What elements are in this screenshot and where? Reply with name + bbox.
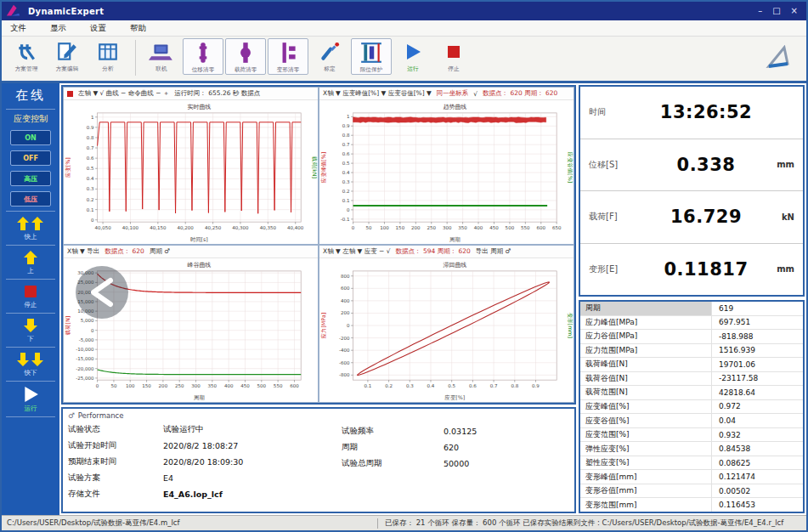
svg-text:应变谷值[%]: 应变谷值[%] xyxy=(567,151,574,183)
svg-text:250: 250 xyxy=(427,225,436,230)
perf-row: 存储文件 E4_A6.lop_lcf xyxy=(68,486,340,502)
result-label: 周期 xyxy=(580,302,712,315)
minimize-button[interactable]: – xyxy=(758,7,762,15)
svg-text:应变[%]: 应变[%] xyxy=(65,157,71,178)
svg-text:0.7: 0.7 xyxy=(490,383,498,388)
svg-text:-20,000: -20,000 xyxy=(76,366,94,371)
connect-icon xyxy=(149,39,174,65)
realtime-chart-cell: 左轴 ▼ √ 曲线 − 命令曲线 − ＋运行时间： 655.26 秒 数据点 4… xyxy=(63,87,319,245)
performance-panel: ♂ Performance 试验状态 试验运行中 试验开始时间 2020/8/2… xyxy=(61,407,576,513)
result-row[interactable]: 变形范围[mm]0.116453 xyxy=(580,498,803,512)
zero-deform-button[interactable]: 变形清零 xyxy=(268,38,308,75)
svg-text:25,000: 25,000 xyxy=(77,280,94,285)
jog-down-button[interactable]: 下 xyxy=(22,318,39,343)
on-button[interactable]: ON xyxy=(10,130,51,145)
svg-text:150: 150 xyxy=(396,225,405,230)
result-row[interactable]: 应力峰值[MPa]697.951 xyxy=(580,316,803,331)
sidebar-divider xyxy=(6,313,55,314)
brand-logo xyxy=(755,45,791,74)
zero-displacement-button[interactable]: 位移清零 xyxy=(183,38,223,75)
result-row[interactable]: 载荷谷值[N]-23117.58 xyxy=(580,372,803,387)
trend-chart-cell: X轴 ▼ 应变峰值[%] ▼ 应变谷值[%] ▼同一坐标系√数据点： 620 周… xyxy=(319,87,574,245)
jog-fast-down-button[interactable]: 快下 xyxy=(16,352,45,377)
high-pressure-button[interactable]: 高压 xyxy=(10,171,51,186)
result-label: 载荷范围[N] xyxy=(580,386,712,399)
chart-header-control[interactable]: X轴 ▼ 导出 xyxy=(67,247,99,256)
plan-manage-button[interactable]: 方案管理 xyxy=(7,38,46,73)
perf-value: 0.03125 xyxy=(444,427,477,436)
chart-header-control[interactable]: 运行时间： 655.26 秒 数据点 xyxy=(174,89,260,98)
jog-stop-button[interactable]: 停止 xyxy=(23,284,38,309)
result-row[interactable]: 变形峰值[mm]0.121474 xyxy=(580,470,803,484)
chart-header-control[interactable]: 周期 ♂ xyxy=(150,247,170,256)
svg-text:150: 150 xyxy=(142,383,151,388)
zero-load-button[interactable]: 载荷清零 xyxy=(225,38,266,75)
svg-text:0.5: 0.5 xyxy=(448,383,455,388)
jog-fast-up-button[interactable]: 快上 xyxy=(16,216,45,241)
svg-text:0: 0 xyxy=(91,328,94,333)
svg-text:0.2: 0.2 xyxy=(87,197,94,202)
svg-text:200: 200 xyxy=(411,225,421,230)
realtime-chart[interactable]: 40,05040,10040,15040,20040,25040,30040,3… xyxy=(64,100,318,244)
result-row[interactable]: 载荷峰值[N]19701.06 xyxy=(580,358,803,372)
svg-text:周期: 周期 xyxy=(449,236,461,242)
stop-button[interactable]: 停止 xyxy=(434,38,473,73)
result-row[interactable]: 周期619 xyxy=(580,302,803,316)
result-row[interactable]: 应力谷值[MPa]-818.988 xyxy=(580,330,803,344)
result-label: 应力谷值[MPa] xyxy=(580,330,712,343)
svg-text:-10,000: -10,000 xyxy=(76,347,94,352)
chart-header-control[interactable]: 同一坐标系 xyxy=(437,89,469,98)
result-row[interactable]: 变形谷值[mm]0.00502 xyxy=(580,484,803,499)
connect-button[interactable]: 联机 xyxy=(142,38,181,73)
svg-text:0.4: 0.4 xyxy=(87,176,94,181)
result-value: 0.972 xyxy=(712,400,741,414)
result-row[interactable]: 弹性应变[%]0.84538 xyxy=(580,442,803,456)
svg-text:40,100: 40,100 xyxy=(122,225,139,230)
menu-help[interactable]: 帮助 xyxy=(130,23,146,34)
chart-header-control[interactable]: √ xyxy=(473,90,477,98)
svg-text:-400: -400 xyxy=(339,348,350,353)
zero-load-icon xyxy=(234,40,257,65)
live-row-deformation: 变形[E] 0.11817 mm xyxy=(580,244,803,296)
chart-header-control[interactable]: 数据点： 594 周期： 620 xyxy=(396,247,471,256)
perf-label: 试验开始时间 xyxy=(68,440,163,451)
result-row[interactable]: 应变范围[%]0.932 xyxy=(580,428,803,443)
svg-text:0.3: 0.3 xyxy=(342,179,350,184)
analysis-button[interactable]: 分析 xyxy=(88,38,127,73)
limit-protect-button[interactable]: 限位保护 xyxy=(351,38,392,75)
chart-header-control[interactable]: 导出 周期 ♂ xyxy=(476,247,511,256)
result-row[interactable]: 应变谷值[%]0.04 xyxy=(580,414,803,428)
chart-header-control[interactable]: 数据点： 620 xyxy=(105,247,144,256)
result-row[interactable]: 载荷范围[N]42818.64 xyxy=(580,386,803,400)
svg-text:550: 550 xyxy=(521,225,530,230)
low-pressure-button[interactable]: 低压 xyxy=(10,191,51,207)
svg-text:40,200: 40,200 xyxy=(178,225,195,230)
menu-file[interactable]: 文件 xyxy=(10,23,26,34)
chart-header-control[interactable]: 数据点： 620 周期： 620 xyxy=(483,89,557,98)
jog-run-button[interactable]: 运行 xyxy=(22,386,39,413)
peak-valley-chart[interactable]: 05010015020025030035040045050055060030,0… xyxy=(64,258,318,402)
performance-pin-icon: ♂ xyxy=(68,411,75,420)
maximize-button[interactable]: □ xyxy=(772,7,780,15)
run-button[interactable]: 运行 xyxy=(393,38,432,73)
plan-edit-button[interactable]: 方案编辑 xyxy=(48,38,87,73)
result-row[interactable]: 塑性应变[%]0.08625 xyxy=(580,456,803,471)
jog-up-button[interactable]: 上 xyxy=(22,250,39,275)
trend-chart[interactable]: 050100150200250300350400450500550600650-… xyxy=(319,100,574,244)
result-row[interactable]: 应力范围[MPa]1516.939 xyxy=(580,344,803,359)
hysteresis-chart[interactable]: 0.10.20.30.40.50.60.70.80.98006004002000… xyxy=(319,258,574,402)
off-button[interactable]: OFF xyxy=(10,150,51,166)
svg-text:50: 50 xyxy=(110,383,117,388)
svg-text:-800: -800 xyxy=(339,372,350,377)
chart-header-control[interactable]: X轴 ▼ 应变峰值[%] ▼ 应变谷值[%] ▼ xyxy=(323,89,432,98)
chart-header-control[interactable]: 左轴 ▼ √ 曲线 − 命令曲线 − ＋ xyxy=(78,89,169,98)
menu-display[interactable]: 显示 xyxy=(50,23,66,34)
peak-valley-chart-header: X轴 ▼ 导出数据点： 620周期 ♂ xyxy=(64,246,318,258)
chart-header-control[interactable]: X轴 ▼ 左轴 ▼ 应变 − √ xyxy=(323,247,391,256)
svg-text:-600: -600 xyxy=(339,360,350,365)
close-button[interactable]: × xyxy=(791,7,798,15)
menu-settings[interactable]: 设置 xyxy=(90,23,106,34)
result-row[interactable]: 应变峰值[%]0.972 xyxy=(580,400,803,415)
calibrate-button[interactable]: 标定 xyxy=(310,38,349,73)
svg-text:0.6: 0.6 xyxy=(469,383,477,388)
